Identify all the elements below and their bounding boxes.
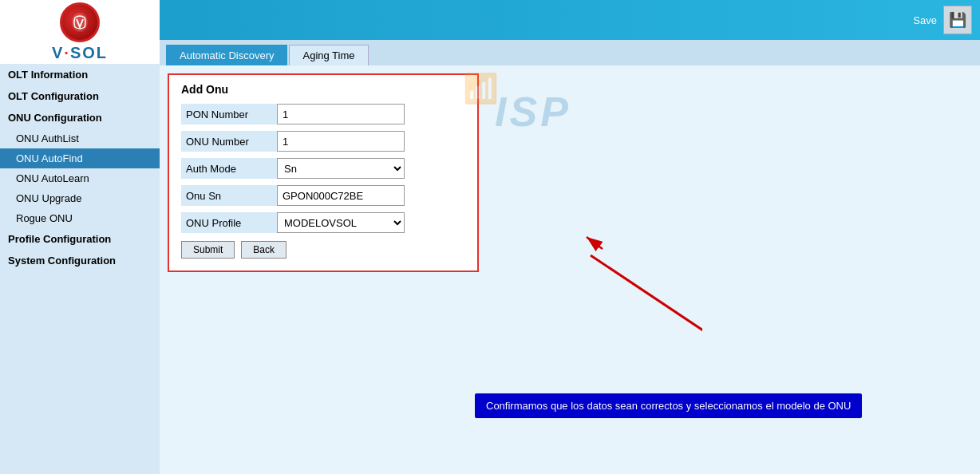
logo-text: V·SOL (52, 44, 108, 62)
vsol-logo: V·SOL (52, 2, 108, 62)
onu-number-label: ONU Number (181, 131, 277, 152)
auth-mode-label: Auth Mode (181, 158, 277, 179)
submit-button[interactable]: Submit (181, 241, 235, 259)
header: V·SOL Save 💾 (0, 0, 980, 40)
sidebar-item-profile-config[interactable]: Profile Configuration (0, 228, 160, 250)
tab-aging-time[interactable]: Aging Time (289, 45, 368, 65)
sidebar-item-system-config[interactable]: System Configuration (0, 250, 160, 271)
onu-number-row: ONU Number (181, 131, 465, 152)
sidebar-item-onu-config[interactable]: ONU Configuration (0, 107, 160, 128)
onu-number-input[interactable] (277, 131, 405, 152)
dropdown-arrow-icon (580, 229, 604, 255)
save-button[interactable]: 💾 (943, 6, 972, 34)
onu-sn-input[interactable] (277, 185, 405, 206)
main-content: Automatic Discovery Aging Time 📶 ISP Add… (160, 40, 980, 474)
onu-profile-label: ONU Profile (181, 212, 277, 233)
svg-line-4 (587, 237, 603, 249)
layout: OLT Information OLT Configuration ONU Co… (0, 40, 980, 474)
pon-number-label: PON Number (181, 104, 277, 124)
sidebar-item-onu-authlist[interactable]: ONU AuthList (0, 128, 160, 148)
confirmation-tooltip: Confirmamos que los datos sean correctos… (475, 393, 862, 418)
auth-mode-row: Auth Mode Sn Password Hybrid (181, 158, 465, 179)
sidebar-item-onu-upgrade[interactable]: ONU Upgrade (0, 188, 160, 208)
form-title: Add Onu (181, 83, 465, 96)
isp-watermark: ISP (495, 88, 571, 136)
sidebar-item-olt-info[interactable]: OLT Information (0, 64, 160, 85)
pon-number-input[interactable] (277, 104, 405, 124)
onu-sn-label: Onu Sn (181, 185, 277, 206)
svg-line-2 (591, 255, 702, 415)
sidebar-item-onu-autofind[interactable]: ONU AutoFind (0, 148, 160, 168)
auth-mode-select[interactable]: Sn Password Hybrid (277, 158, 405, 179)
sidebar-item-onu-autolearn[interactable]: ONU AutoLearn (0, 168, 160, 188)
back-button[interactable]: Back (241, 241, 286, 259)
save-label: Save (913, 14, 937, 26)
tab-automatic-discovery[interactable]: Automatic Discovery (166, 45, 287, 65)
save-area: Save 💾 (913, 6, 972, 34)
pon-number-row: PON Number (181, 104, 465, 124)
tabs: Automatic Discovery Aging Time (160, 40, 980, 65)
button-row: Submit Back (181, 241, 465, 259)
sidebar: OLT Information OLT Configuration ONU Co… (0, 40, 160, 474)
save-icon: 💾 (949, 11, 966, 29)
onu-profile-select[interactable]: MODELOVSOL (277, 212, 405, 233)
onu-profile-row: ONU Profile MODELOVSOL (181, 212, 465, 233)
logo-area: V·SOL (0, 0, 160, 64)
sidebar-item-olt-config[interactable]: OLT Configuration (0, 85, 160, 107)
logo-icon (60, 2, 100, 42)
add-onu-form: Add Onu PON Number ONU Number Auth Mode … (168, 73, 479, 272)
sidebar-item-rogue-onu[interactable]: Rogue ONU (0, 208, 160, 228)
onu-sn-row: Onu Sn (181, 185, 465, 206)
